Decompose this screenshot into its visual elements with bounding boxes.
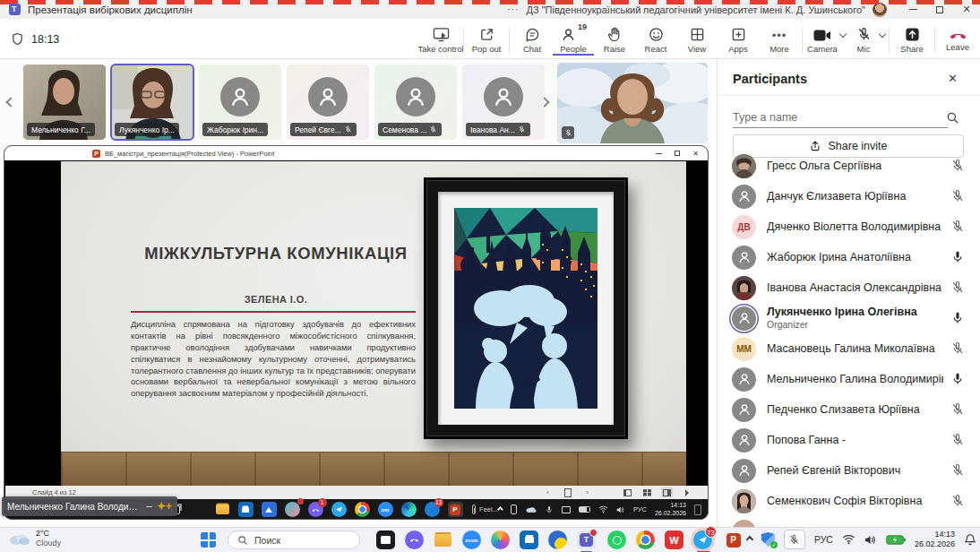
powerpoint-taskbar-icon[interactable]: P xyxy=(448,502,463,517)
tray-expand-icon[interactable] xyxy=(497,506,503,513)
file-explorer-icon[interactable] xyxy=(434,530,452,549)
telegram-icon[interactable]: 73 xyxy=(693,530,712,549)
chrome-icon[interactable] xyxy=(636,530,655,549)
mic-muted-icon[interactable] xyxy=(950,341,965,356)
copilot-icon[interactable] xyxy=(491,530,510,549)
participant-row[interactable]: Педченко Слизавета Юріївна xyxy=(717,394,980,425)
participant-row[interactable]: Іванова Анастасія Олександрівна xyxy=(717,272,980,303)
messenger-app-icon[interactable]: 13 xyxy=(425,502,440,517)
photos-icon[interactable] xyxy=(262,502,277,517)
video-thumbnail[interactable]: Семенова ... xyxy=(374,65,457,140)
rec-icon[interactable] xyxy=(562,506,571,513)
tray-mic-muted-icon[interactable] xyxy=(784,530,805,549)
show-desktop-icon[interactable] xyxy=(694,505,701,515)
wordwall-icon[interactable]: W xyxy=(665,530,683,549)
next-slide-icon[interactable]: › xyxy=(581,487,593,497)
start-button[interactable] xyxy=(201,532,216,548)
video-thumbnail-active-speaker[interactable]: Лукянченко Ір... xyxy=(111,65,193,140)
react-button[interactable]: React xyxy=(635,24,676,54)
participant-search-input[interactable] xyxy=(733,107,948,128)
participant-row[interactable]: ДВ Дяченко Віолетта Володимирівна xyxy=(717,211,980,242)
copilot-icon[interactable] xyxy=(192,502,207,517)
raise-hand-button[interactable]: Raise xyxy=(594,24,635,54)
camera-chevron-icon[interactable] xyxy=(839,30,847,38)
whatsapp-icon[interactable] xyxy=(607,530,626,549)
taskbar-search-box[interactable]: Поиск xyxy=(228,530,360,549)
mic-muted-icon[interactable] xyxy=(950,494,965,508)
microsoft-store-icon[interactable] xyxy=(520,530,538,549)
wifi-icon[interactable] xyxy=(842,534,855,545)
shared-clock[interactable]: 14:13 26.02.2026 xyxy=(655,502,686,516)
mic-muted-icon[interactable] xyxy=(950,463,965,478)
view-button[interactable]: View xyxy=(676,24,718,54)
windows-security-icon[interactable]: ✓ xyxy=(761,532,775,547)
stage-video[interactable] xyxy=(557,63,708,143)
speaker-icon[interactable] xyxy=(864,535,877,545)
participant-row[interactable]: Попова Ганна - xyxy=(717,425,980,455)
taskbar-weather-widget[interactable]: 2°C Cloudy xyxy=(7,529,61,549)
people-button[interactable]: 19 People xyxy=(553,24,594,56)
participant-row-organizer[interactable]: Лукянченко Ірина Олегівна Organizer xyxy=(717,303,980,333)
powerpoint-icon[interactable]: P xyxy=(724,530,743,549)
pop-out-button[interactable]: Pop out xyxy=(466,24,507,54)
titlebar-more-icon[interactable]: ··· xyxy=(507,4,519,14)
more-button[interactable]: ••• More xyxy=(759,24,800,54)
mic-chevron-icon[interactable] xyxy=(879,30,886,38)
zoom-icon[interactable]: zoom xyxy=(462,530,481,549)
mic-muted-icon[interactable] xyxy=(950,220,965,234)
caption-plus-icon[interactable]: ✦+ xyxy=(157,500,172,513)
leave-button[interactable]: Leave xyxy=(937,24,978,52)
telegram-icon[interactable] xyxy=(331,502,347,517)
ppt-maximize-icon[interactable] xyxy=(675,151,680,156)
share-button[interactable]: Share xyxy=(891,24,933,54)
presenter-caption[interactable]: Мельниченко Галина Володимирівна ✦+ xyxy=(2,496,177,516)
zoom-icon[interactable]: zm xyxy=(378,502,393,517)
slideshow-view-icon[interactable] xyxy=(681,487,692,497)
slide-sorter-icon[interactable] xyxy=(641,487,653,497)
task-switcher-icon[interactable] xyxy=(376,530,395,549)
file-explorer-icon[interactable] xyxy=(215,502,230,517)
participants-close-icon[interactable]: ✕ xyxy=(948,72,958,85)
edge-icon[interactable] xyxy=(401,502,417,517)
participant-row[interactable]: Данчук Єлизавета Юріївна xyxy=(717,181,980,211)
participant-row[interactable]: ММ Масановець Галина Миколаївна xyxy=(717,333,980,364)
phone-link-icon[interactable] xyxy=(511,505,517,514)
microsoft-store-icon[interactable] xyxy=(238,502,254,517)
video-thumbnail[interactable]: Жаборюк Ірин... xyxy=(199,65,281,140)
normal-view-icon[interactable] xyxy=(622,487,633,497)
mic-muted-icon[interactable] xyxy=(950,159,965,173)
mic-on-icon[interactable] xyxy=(950,372,965,386)
take-control-button[interactable]: Take control xyxy=(420,24,461,54)
notification-bell-icon[interactable] xyxy=(964,533,976,546)
tray-expand-icon[interactable] xyxy=(746,536,753,543)
tray-speaker-icon[interactable] xyxy=(616,506,625,513)
participant-row[interactable]: Гресс Ольга Сергіївна xyxy=(717,151,980,181)
mic-muted-icon[interactable] xyxy=(950,402,965,417)
tray-wifi-icon[interactable] xyxy=(598,505,608,513)
participant-row-partial[interactable] xyxy=(717,516,980,527)
language-label[interactable]: РУС xyxy=(814,534,833,545)
caption-dash-icon[interactable] xyxy=(146,506,152,507)
reading-view-icon[interactable] xyxy=(661,487,673,497)
mic-muted-icon[interactable] xyxy=(950,433,965,447)
participant-row[interactable]: Жаборюк Ірина Анатоліївна xyxy=(717,242,980,272)
viber-icon[interactable] xyxy=(405,530,424,549)
video-thumbnail[interactable]: Репей Євге... xyxy=(287,65,369,140)
mic-muted-icon[interactable] xyxy=(950,280,965,295)
participant-row[interactable]: Мельниченко Галина Володимирівна xyxy=(717,364,980,394)
onedrive-icon[interactable] xyxy=(525,505,537,513)
video-thumbnail[interactable]: Іванова Ан... xyxy=(462,65,545,140)
powerpoint-window[interactable]: P ВБ_магістри_презентація(Protected View… xyxy=(4,145,709,520)
video-thumbnail[interactable]: Мельниченко Г... xyxy=(23,65,106,140)
clock[interactable]: 14:13 26.02.2026 xyxy=(915,530,955,549)
ppt-minimize-icon[interactable] xyxy=(656,153,662,154)
mic-on-icon[interactable] xyxy=(950,311,965,325)
sferum-icon[interactable] xyxy=(285,502,300,517)
weather-feels-label[interactable]: Feel... xyxy=(479,505,498,513)
chat-button[interactable]: Chat xyxy=(511,24,553,54)
tray-mic-icon[interactable] xyxy=(545,505,554,514)
mic-muted-icon[interactable] xyxy=(950,189,965,203)
diia-icon[interactable] xyxy=(548,530,567,549)
chrome-icon[interactable] xyxy=(355,502,370,517)
mic-on-icon[interactable] xyxy=(950,250,965,264)
